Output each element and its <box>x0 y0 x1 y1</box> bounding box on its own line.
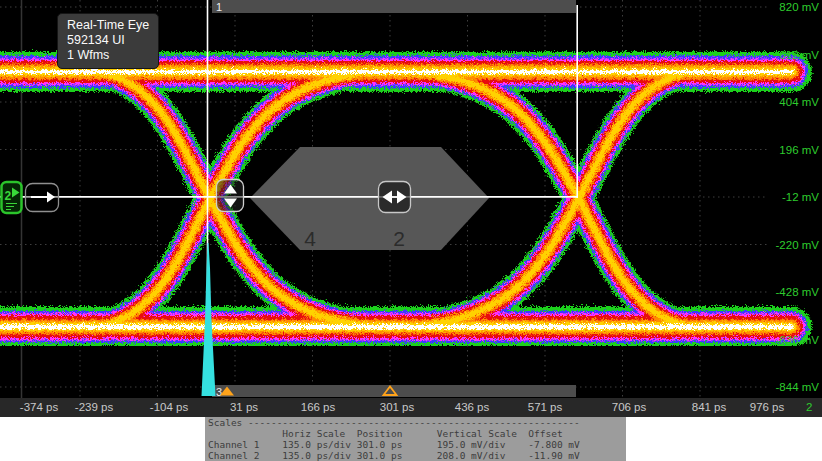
time-axis-row: -374 ps -239 ps -104 ps 31 ps 166 ps 301… <box>0 398 822 417</box>
rte-title: Real-Time Eye <box>67 18 149 33</box>
reference-arrow-marker[interactable] <box>26 184 59 212</box>
oscilloscope-screen: 4 2 1 3 <box>0 0 822 461</box>
time-label: 436 ps <box>455 401 490 413</box>
time-label: 841 ps <box>692 401 727 413</box>
voltage-label: 196 mV <box>759 144 819 156</box>
time-label: -104 ps <box>150 401 188 413</box>
voltage-label: 820 mV <box>759 1 819 13</box>
mask-bottom-bar: 3 <box>212 385 576 398</box>
voltage-label: -844 mV <box>759 381 819 393</box>
mask-region-4-label: 4 <box>304 227 316 250</box>
eye-diagram-plot: 4 2 1 3 <box>0 0 822 398</box>
time-label: 571 ps <box>528 401 563 413</box>
crossing-cursor-handle[interactable] <box>217 180 244 212</box>
channel-badge-label: 2 <box>5 189 12 203</box>
scales-table-channel1-line: Channel 1 135.0 ps/div 301.0 ps 195.0 mV… <box>208 439 626 450</box>
voltage-label: -428 mV <box>759 286 819 298</box>
time-label: 31 ps <box>230 401 258 413</box>
voltage-label: -12 mV <box>759 191 819 203</box>
realtime-eye-info-box: Real-Time Eye 592134 UI 1 Wfms <box>57 13 159 69</box>
voltage-label: 404 mV <box>759 96 819 108</box>
scales-table-title-line: Scales ---------------------------------… <box>208 417 626 428</box>
time-label: 301 ps <box>380 401 415 413</box>
scales-table-header-line: Horiz Scale Position Vertical Scale Offs… <box>208 428 626 439</box>
time-label: -374 ps <box>20 401 58 413</box>
voltage-label: -220 mV <box>759 239 819 251</box>
time-label: 166 ps <box>301 401 336 413</box>
voltage-label: 612 mV <box>759 49 819 61</box>
mask-region-2-label: 2 <box>393 227 405 250</box>
mask-region-3-label: 3 <box>216 386 222 398</box>
scales-table-channel2-line: Channel 2 135.0 ps/div 301.0 ps 208.0 mV… <box>208 450 626 461</box>
channel-2-indicator: 2 <box>806 401 812 413</box>
mask-top-bar: 1 <box>212 0 576 13</box>
time-label: -239 ps <box>75 401 113 413</box>
mask-hexagon-region: 4 2 <box>250 147 489 250</box>
voltage-label: -636 mV <box>759 334 819 346</box>
time-label: 706 ps <box>612 401 647 413</box>
rte-ui-count: 592134 UI <box>67 33 149 48</box>
scales-readout-table: Scales ---------------------------------… <box>205 417 626 461</box>
time-label: 976 ps <box>750 401 785 413</box>
rte-wfms: 1 Wfms <box>67 48 149 63</box>
mask-region-1-label: 1 <box>216 1 222 13</box>
horizontal-position-handle[interactable] <box>379 182 411 213</box>
channel-2-waveform-badge[interactable]: 2 <box>2 182 22 213</box>
